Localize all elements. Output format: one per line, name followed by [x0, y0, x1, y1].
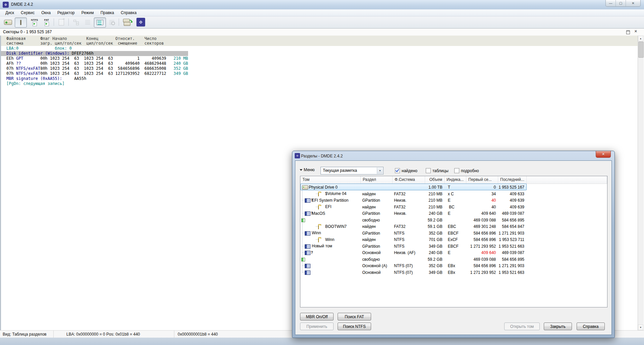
cell-size: 240 GB — [425, 210, 445, 216]
partition-table-view-button[interactable] — [94, 17, 106, 28]
dialog-title: Разделы - DMDE 2.4.2 — [301, 154, 343, 158]
table-row[interactable]: EFIнайденFAT32210 MB BC40409 639 — [300, 203, 527, 210]
layout-combobox[interactable]: Текущая разметка ▼ — [320, 167, 384, 175]
cell-indicators: BC — [445, 204, 466, 210]
physical-drive-icon — [302, 185, 308, 190]
cell-size: 352 GB — [425, 230, 445, 236]
column-header-4[interactable]: Объем — [425, 176, 445, 184]
scroll-up-icon[interactable]: ▲ — [638, 36, 643, 41]
checkbox-таблицы[interactable]: таблицы — [426, 168, 449, 173]
cell-last-sector: 1 271 291 903 — [498, 230, 526, 236]
combo-dropdown-icon[interactable]: ▼ — [377, 167, 383, 174]
table-row[interactable]: свободно59.2 GB469 039 088584 656 895 — [300, 256, 527, 262]
open-volume-button: Открыть том — [504, 323, 540, 330]
menu-item-5[interactable]: Режим — [78, 10, 97, 16]
mdi-close-icon[interactable]: ✕ — [634, 29, 637, 34]
tree-tick — [302, 213, 305, 213]
volume-name: Physical Drive 0 — [309, 185, 338, 190]
cell-filesystem: NTFS — [393, 243, 425, 249]
table-row[interactable]: $Volume 04найденFAT32210 MBx C34409 633 — [300, 190, 527, 197]
menu-item-2[interactable]: Сервис — [17, 10, 38, 16]
table-body: Physical Drive 01.00 TBT01 953 525 167$V… — [300, 184, 607, 307]
status-offset: 0x000000001b8 = 440 — [174, 331, 295, 338]
table-row[interactable]: Основной (A)NTFS (07)352 GBEBx584 656 89… — [300, 262, 527, 269]
table-row[interactable]: ?MacOSGPartitionНеизв.240 GBE409 640469 … — [300, 210, 527, 216]
hex-row[interactable]: [PgDn: следующая запись] — [1, 81, 638, 86]
checkbox-box[interactable] — [395, 168, 400, 173]
dmde-about-button[interactable] — [135, 17, 146, 27]
open-disk-button[interactable] — [3, 17, 13, 27]
hex-row-selected[interactable]: Disk identifier (Windows): DFEF2766h — [1, 51, 188, 56]
search-fat-button[interactable]: Поиск FAT — [338, 313, 371, 321]
hex-row[interactable]: EEh GPT 00h 1023 254 63 1023 254 63 1 40… — [1, 56, 638, 61]
hex-row[interactable]: 07h NTFS/exFAT80h 1023 254 63 1023 254 6… — [1, 66, 638, 71]
cell-last-sector: 1 953 521 663 — [498, 269, 526, 275]
restore-button[interactable]: ▢ — [616, 0, 626, 6]
tree-view-icon — [73, 20, 79, 25]
cell-last-sector: 1 271 291 903 — [498, 262, 526, 268]
mbr-onoff-button[interactable]: MBR On/Off — [300, 313, 334, 321]
cell-size: 349 GB — [425, 269, 445, 275]
column-header-1[interactable]: Том — [300, 176, 361, 184]
help-button[interactable]: Справка — [577, 323, 605, 330]
table-row[interactable]: WinnнайденNTFS701 GBExCF584 656 8961 953… — [300, 236, 527, 243]
checkbox-подробно[interactable]: подробно — [454, 168, 479, 173]
menu-item-3[interactable]: Окна — [38, 10, 54, 16]
vertical-scrollbar[interactable]: ▲ ▼ — [638, 36, 644, 330]
table-row-selected[interactable]: Physical Drive 01.00 TBT01 953 525 167 — [300, 184, 527, 190]
column-header-3[interactable]: Ф.Система — [393, 176, 425, 184]
tree-tick — [302, 200, 305, 200]
cell-indicators: EBx — [445, 269, 466, 275]
dialog-menu-button[interactable]: Меню — [300, 167, 314, 172]
cell-size: 210 MB — [425, 204, 445, 210]
cell-partition: GPartition — [361, 197, 393, 203]
column-header-6[interactable]: Первый се... — [466, 176, 498, 184]
table-row[interactable]: ?ОсновнойНеизв. (AF)240 GBE409 640469 03… — [300, 249, 527, 256]
scroll-down-icon[interactable]: ▼ — [638, 325, 643, 330]
hex-rows: LBA:0 блок: 0Disk identifier (Windows): … — [1, 46, 638, 86]
volume-name: $Volume 04 — [325, 191, 346, 196]
hex-row[interactable]: 07h NTFS/exFAT00h 1023 254 63 1023 254 6… — [1, 71, 638, 76]
search-ntfs-quick-button[interactable]: NTFS — [29, 17, 40, 27]
mdi-restore-icon[interactable] — [626, 31, 630, 34]
tree-tick — [302, 233, 305, 233]
list-view-button-disabled — [82, 17, 93, 27]
table-row[interactable]: BOOTWIN7найденFAT3259.1 GBEBC469 301 248… — [300, 223, 527, 230]
volume-name: Winn — [312, 231, 321, 235]
cell-filesystem: Неизв. (AF) — [393, 249, 425, 255]
close-dialog-button[interactable]: Закрыть — [544, 323, 572, 330]
column-header-2[interactable]: Раздел — [361, 176, 393, 184]
cell-size: 210 MB — [425, 191, 445, 197]
table-row[interactable]: ?EFI System PartitionGPartitionНеизв.210… — [300, 197, 527, 203]
table-row[interactable]: ОсновнойNTFS (07)349 GBEBx1 271 293 9521… — [300, 269, 527, 276]
checkbox-найдено[interactable]: найдено — [395, 168, 417, 173]
table-row[interactable]: свободно59.2 GB469 039 088584 656 895 — [300, 216, 527, 223]
search-fat-quick-button[interactable]: FAT — [42, 17, 52, 27]
menu-item-6[interactable]: Правка — [97, 10, 118, 16]
table-row[interactable]: WinnGPartitionNTFS352 GBEBCF584 656 8961… — [300, 230, 527, 236]
menu-item-1[interactable]: Диск — [2, 10, 17, 16]
cell-last-sector: 584 654 847 — [498, 223, 526, 229]
table-row[interactable]: Новый томGPartitionNTFS349 GBEBCF1 271 2… — [300, 243, 527, 249]
cell-filesystem: Неизв. — [393, 210, 425, 216]
disks-icon — [20, 20, 21, 25]
column-header-7[interactable]: Последний... — [498, 176, 527, 184]
search-ntfs-button[interactable]: Поиск NTFS — [338, 323, 371, 330]
menu-item-4[interactable]: Редактор — [54, 10, 78, 16]
column-header-5[interactable]: Индика... — [445, 176, 466, 184]
checkbox-box[interactable] — [454, 168, 459, 173]
volume-folder-icon — [318, 206, 319, 210]
copy-sectors-button[interactable] — [121, 17, 133, 27]
minimize-button[interactable]: — — [606, 0, 616, 6]
hex-row[interactable]: LBA:0 блок: 0 — [1, 46, 638, 51]
select-disk-button[interactable] — [15, 17, 27, 28]
hex-row[interactable]: MBR signature (0xAA55): AA55h — [1, 76, 638, 81]
menu-item-7[interactable]: Справка — [117, 10, 140, 16]
scrollbar-thumb[interactable] — [638, 42, 644, 58]
hex-row[interactable]: AFh ?? 00h 1023 254 63 1023 254 63 40964… — [1, 61, 638, 66]
cell-filesystem — [393, 256, 425, 262]
checkbox-box[interactable] — [426, 168, 431, 173]
fat-search-icon — [45, 22, 49, 26]
close-button[interactable]: ✕ — [626, 0, 640, 6]
dialog-close-button[interactable]: ✕ — [596, 151, 611, 158]
